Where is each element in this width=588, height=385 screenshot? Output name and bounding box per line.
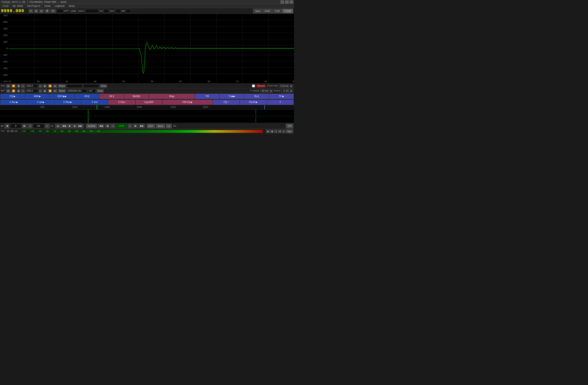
ref-speed-input[interactable]: [26, 89, 38, 93]
unk-clear-button[interactable]: Clear: [100, 84, 107, 88]
transport-prev[interactable]: ⏮: [55, 124, 60, 128]
toolbar-icon1[interactable]: ⚙: [29, 9, 33, 13]
ref-prev2[interactable]: ⏪: [11, 89, 16, 93]
cqid-button[interactable]: CQ-ID ▶: [240, 100, 266, 105]
cincr-button[interactable]: C Incr: [82, 100, 108, 105]
off-value-input[interactable]: [70, 9, 77, 13]
menu-opmode[interactable]: Op Mode: [11, 4, 25, 8]
wf-next2-button[interactable]: ▷: [45, 124, 50, 128]
cq-button[interactable]: CQ ▶: [0, 94, 25, 99]
transport-play-fwd[interactable]: ▶▶: [77, 124, 84, 128]
prev4-button[interactable]: ◁: [110, 124, 115, 128]
menu-configure[interactable]: Configure: [25, 4, 42, 8]
meqth-button[interactable]: Me/Qth: [124, 94, 148, 99]
cqplus-button[interactable]: CQ +: [213, 100, 239, 105]
minimize-button[interactable]: _: [280, 0, 284, 4]
tune-button[interactable]: TUNE: [282, 9, 293, 13]
ref-prev4[interactable]: ◁: [21, 89, 25, 93]
record-checkbox[interactable]: [252, 85, 255, 87]
on-value-input[interactable]: [57, 9, 63, 13]
txid-button[interactable]: TxID: [273, 9, 282, 13]
ref-next3[interactable]: ⏩: [48, 89, 52, 93]
prev-prev-button[interactable]: ◀◀: [98, 124, 104, 128]
kn-button[interactable]: KN ‖: [75, 94, 99, 99]
unk-prev2[interactable]: ⏪: [11, 84, 16, 88]
on-button[interactable]: On: [50, 9, 56, 13]
wf-prev2-button[interactable]: ◁: [28, 124, 32, 128]
menu-logbook[interactable]: Logbook: [53, 4, 66, 8]
ans-button[interactable]: ANS ▶: [25, 94, 49, 99]
ref-next2[interactable]: ▶: [43, 89, 47, 93]
lk-button[interactable]: Lk: [166, 124, 172, 128]
logqso-button[interactable]: Log QSO: [136, 100, 162, 105]
spot-button[interactable]: Spot: [253, 9, 262, 13]
ref-next1[interactable]: ▷: [39, 89, 42, 93]
sb-gear-button[interactable]: ⚙: [278, 130, 281, 133]
toolbar-icon4[interactable]: ⚡: [45, 9, 50, 13]
prev3-button[interactable]: ◀: [105, 124, 109, 128]
unk-next1[interactable]: ▷: [39, 84, 42, 88]
crpt-button[interactable]: C rpt ▶: [27, 100, 54, 105]
in-input[interactable]: [104, 9, 109, 13]
ref-freq-input[interactable]: [67, 89, 87, 93]
ref-reset-button[interactable]: Reset: [58, 89, 66, 93]
sb-prev-button[interactable]: ⏮: [266, 130, 269, 133]
ref-next4[interactable]: ⏭: [53, 89, 57, 93]
ref-prev1[interactable]: ⏮: [6, 89, 10, 93]
sb-next1-button[interactable]: ▷: [282, 130, 285, 133]
scale-select[interactable]: +/-.01 +/-.02 +/-.05: [281, 89, 293, 93]
frequency-display[interactable]: 9999.000: [1, 8, 28, 14]
qso-button[interactable]: QSO ▶▶: [50, 94, 74, 99]
qsy-button[interactable]: QSY: [147, 124, 155, 128]
ref-clear-button[interactable]: Clear: [97, 89, 104, 93]
sk-button[interactable]: SK ‖: [99, 94, 124, 99]
transport-play-rev[interactable]: ◀◀: [61, 124, 67, 128]
toolbar-icon2[interactable]: ⏮: [34, 9, 38, 13]
transport-play[interactable]: ▶: [67, 124, 72, 128]
unk-speed-input[interactable]: [26, 84, 38, 88]
store-button[interactable]: Store: [156, 124, 165, 128]
tr-bottom-button[interactable]: T/R: [286, 124, 293, 128]
unk-prev1[interactable]: ⏮: [6, 84, 10, 88]
next3-button[interactable]: ▷: [128, 124, 132, 128]
rx-button[interactable]: Rx ‖: [244, 94, 269, 99]
ref-db-input[interactable]: [88, 89, 96, 93]
cans-button[interactable]: C Ans ▶: [0, 100, 27, 105]
ref-prev3[interactable]: ◀: [17, 89, 20, 93]
next5-button[interactable]: ▶▶: [139, 124, 145, 128]
unk-next4[interactable]: ⏭: [53, 84, 57, 88]
menu-file[interactable]: File: [1, 4, 10, 8]
wf-next-button[interactable]: ▶: [22, 124, 27, 128]
unk-next3[interactable]: ⏩: [48, 84, 52, 88]
close-button[interactable]: ✕: [290, 0, 293, 4]
record-button[interactable]: Record: [256, 84, 266, 88]
cdecr-button[interactable]: C Decr: [108, 100, 135, 105]
norm-button[interactable]: NORM: [86, 124, 97, 128]
sb-prev2-button[interactable]: ◀: [270, 130, 273, 133]
unk-prev3[interactable]: ◀: [17, 84, 20, 88]
sb-prev3-button[interactable]: ◁: [274, 130, 277, 133]
menu-help[interactable]: Help: [67, 4, 77, 8]
unk-value-input[interactable]: [67, 84, 82, 88]
cwcq-button[interactable]: CW-CQ ▶: [163, 100, 212, 105]
crep-button[interactable]: C Rep ▶: [55, 100, 81, 105]
toolbar-icon3[interactable]: ⏭: [39, 9, 44, 13]
unk-next2[interactable]: ▶: [43, 84, 47, 88]
tscale-select[interactable]: 60 min 30 min 10 min: [260, 89, 273, 93]
tx-button[interactable]: Tx ▶▶: [220, 94, 244, 99]
brag-button[interactable]: Brag: [149, 94, 195, 99]
rxid-button[interactable]: RxID: [263, 9, 272, 13]
unk-reset-button[interactable]: Reset: [58, 84, 66, 88]
interval-select[interactable]: 0.10 sec 0.25 sec 1.0 sec: [279, 84, 293, 88]
out-input[interactable]: [115, 9, 121, 13]
menu-view[interactable]: View: [43, 4, 52, 8]
unk-prev4[interactable]: ◁: [21, 84, 25, 88]
transport-stop[interactable]: ■: [72, 124, 77, 128]
unk-extra-input[interactable]: [83, 84, 99, 88]
tr-button[interactable]: T/R: [195, 94, 219, 99]
call-input[interactable]: [85, 9, 99, 13]
txmacro-button[interactable]: TX ▶: [269, 94, 294, 99]
nm-input[interactable]: [126, 9, 131, 13]
maximize-button[interactable]: □: [285, 0, 289, 4]
sql-button[interactable]: SQL: [286, 130, 293, 133]
